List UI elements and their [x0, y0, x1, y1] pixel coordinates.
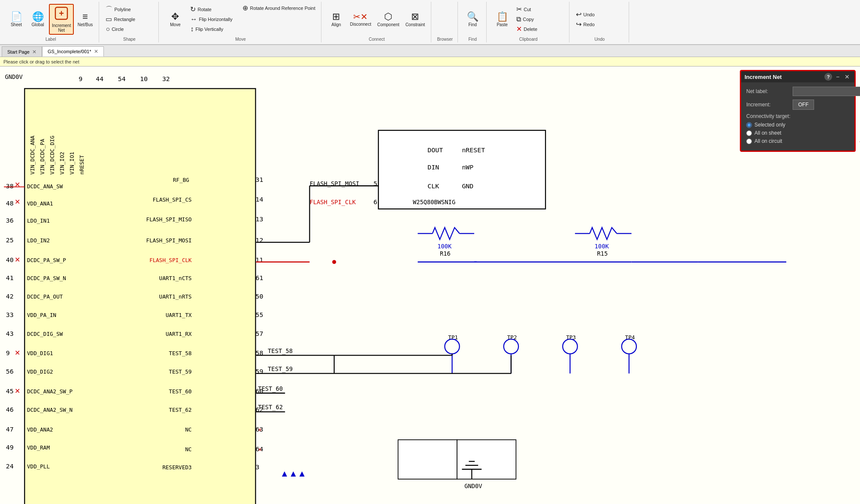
- delete-button[interactable]: ✕ Delete: [514, 24, 566, 34]
- rotate-ref-button[interactable]: ⊕ Rotate Around Reference Point: [240, 3, 318, 13]
- align-icon: ⊞: [332, 12, 340, 21]
- disconnect-button[interactable]: ✂✕ Disconnect: [347, 11, 373, 28]
- rotate-button[interactable]: ↻ Rotate: [188, 5, 239, 14]
- rotate-ref-icon: ⊕: [242, 5, 248, 12]
- cut-button[interactable]: ✂ Cut: [514, 5, 566, 14]
- find-button[interactable]: 🔍 Find: [462, 10, 483, 29]
- svg-text:TEST_60: TEST_60: [258, 385, 283, 392]
- radio-selected-only: Selected only: [746, 122, 849, 128]
- align-label: Align: [331, 22, 341, 27]
- svg-text:NC: NC: [185, 446, 191, 453]
- rotate-label: Rotate: [197, 7, 211, 12]
- svg-rect-143: [457, 440, 516, 479]
- status-message: Please click or drag to select the net: [3, 59, 79, 64]
- svg-text:32: 32: [162, 75, 170, 83]
- svg-text:VDD_DIG1: VDD_DIG1: [27, 350, 53, 356]
- svg-text:VIN_DCDC_DIG: VIN_DCDC_DIG: [49, 136, 55, 175]
- sheet-button[interactable]: 📄 Sheet: [6, 10, 27, 29]
- clipboard-actions: ✂ Cut ⧉ Copy ✕ Delete: [514, 5, 566, 34]
- svg-text:12: 12: [255, 236, 263, 244]
- svg-text:FLASH_SPI_CLK: FLASH_SPI_CLK: [149, 257, 192, 263]
- svg-text:56: 56: [6, 368, 14, 375]
- svg-text:TP4: TP4: [625, 334, 635, 341]
- svg-text:TP3: TP3: [566, 334, 576, 341]
- increment-row: Increment: OFF: [746, 100, 849, 110]
- copy-button[interactable]: ⧉ Copy: [514, 15, 566, 24]
- svg-text:11: 11: [255, 256, 263, 264]
- svg-text:DCDC_PA_SW_N: DCDC_PA_SW_N: [27, 275, 66, 281]
- paste-button[interactable]: 📋 Paste: [491, 10, 513, 29]
- polyline-button[interactable]: ⌒ Polyline: [103, 5, 155, 14]
- tab-start-page-close[interactable]: ✕: [32, 49, 36, 55]
- constraint-label: Constraint: [406, 22, 425, 27]
- increment-text: Increment:: [746, 102, 789, 108]
- polyline-icon: ⌒: [106, 6, 112, 13]
- gnd0v-label: GND0V: [5, 73, 22, 80]
- svg-text:RF_BG: RF_BG: [173, 177, 189, 183]
- paste-label: Paste: [497, 22, 508, 27]
- undo-button[interactable]: ↩ Undo: [574, 10, 625, 19]
- radio-all-on-sheet-label[interactable]: All on sheet: [754, 130, 781, 136]
- svg-text:DOUT: DOUT: [427, 146, 443, 154]
- clipboard-buttons: 📋 Paste ✂ Cut ⧉ Copy ✕ Delete: [491, 3, 566, 36]
- tab-gs-incomplete-close[interactable]: ✕: [94, 48, 98, 54]
- svg-text:DCDC_PA_SW_P: DCDC_PA_SW_P: [27, 257, 66, 263]
- toolbar-group-shape: ⌒ Polyline ▭ Rectangle ○ Circle Shape: [100, 2, 159, 42]
- redo-button[interactable]: ↪ Redo: [574, 20, 625, 29]
- move-button[interactable]: ✥ Move: [163, 10, 187, 29]
- svg-text:TEST_58: TEST_58: [169, 350, 192, 356]
- increment-net-icon: +: [54, 6, 69, 22]
- dialog-minimize-button[interactable]: −: [834, 73, 842, 81]
- svg-text:VDD_ANA1: VDD_ANA1: [27, 200, 53, 207]
- radio-all-on-circuit-input[interactable]: [746, 139, 752, 144]
- component-button[interactable]: ⬡ Component: [375, 10, 402, 29]
- svg-text:R15: R15: [597, 250, 608, 257]
- find-group-label: Find: [468, 36, 476, 42]
- radio-all-on-circuit-label[interactable]: All on circuit: [754, 138, 782, 144]
- circle-button[interactable]: ○ Circle: [103, 24, 155, 34]
- svg-text:59: 59: [255, 368, 263, 375]
- red-arrow-indicator: ←: [857, 135, 860, 148]
- svg-text:✕: ✕: [258, 427, 262, 432]
- dialog-close-button[interactable]: ✕: [843, 73, 851, 81]
- net-label-text: Net label:: [746, 88, 789, 94]
- cut-label: Cut: [524, 7, 531, 12]
- svg-text:nRESET: nRESET: [462, 146, 485, 154]
- component-icon: ⬡: [384, 12, 392, 21]
- svg-text:10: 10: [140, 75, 148, 83]
- connect-buttons: ⊞ Align ✂✕ Disconnect ⬡ Component ⊠ Cons…: [326, 3, 427, 36]
- svg-text:VIN_IO1: VIN_IO1: [69, 152, 75, 175]
- svg-text:✕: ✕: [15, 198, 20, 205]
- dialog-title: Increment Net: [745, 74, 782, 80]
- svg-text:42: 42: [6, 293, 14, 300]
- redo-label: Redo: [583, 22, 594, 27]
- svg-text:TEST_62: TEST_62: [169, 407, 192, 413]
- constraint-button[interactable]: ⊠ Constraint: [403, 10, 428, 29]
- radio-all-on-sheet-input[interactable]: [746, 130, 752, 136]
- flip-h-button[interactable]: ↔ Flip Horizontally: [188, 15, 239, 24]
- move-label: Move: [170, 22, 180, 27]
- dialog-help-button[interactable]: ?: [824, 73, 832, 81]
- tab-start-page[interactable]: Start Page ✕: [2, 46, 42, 57]
- radio-selected-only-input[interactable]: [746, 122, 752, 128]
- increment-net-button[interactable]: + IncrementNet: [49, 4, 74, 35]
- svg-text:UART1_RX: UART1_RX: [166, 331, 192, 337]
- circle-label: Circle: [112, 27, 124, 32]
- sheet-icon: 📄: [11, 12, 22, 21]
- svg-text:57: 57: [255, 330, 263, 338]
- align-button[interactable]: ⊞ Align: [326, 10, 346, 29]
- svg-text:✕: ✕: [258, 447, 262, 452]
- net-label-input[interactable]: [793, 87, 860, 96]
- svg-text:46: 46: [6, 406, 14, 413]
- flip-v-button[interactable]: ↕ Flip Vertically: [188, 24, 239, 34]
- increment-toggle[interactable]: OFF: [793, 100, 814, 110]
- global-button[interactable]: 🌐 Global: [27, 10, 48, 29]
- rectangle-button[interactable]: ▭ Rectangle: [103, 15, 155, 24]
- svg-text:FLASH_SPI_MISO: FLASH_SPI_MISO: [146, 216, 192, 223]
- tab-gs-incomplete[interactable]: GS_Incomplete/001* ✕: [42, 46, 104, 57]
- schematic-canvas[interactable]: Please click or drag to select the net G…: [0, 57, 860, 504]
- svg-text:VDD_PA_IN: VDD_PA_IN: [27, 312, 56, 318]
- net-bus-button[interactable]: ≡ Net/Bus: [75, 10, 95, 29]
- svg-text:RESERVED3: RESERVED3: [162, 464, 191, 471]
- radio-selected-only-label[interactable]: Selected only: [754, 122, 785, 128]
